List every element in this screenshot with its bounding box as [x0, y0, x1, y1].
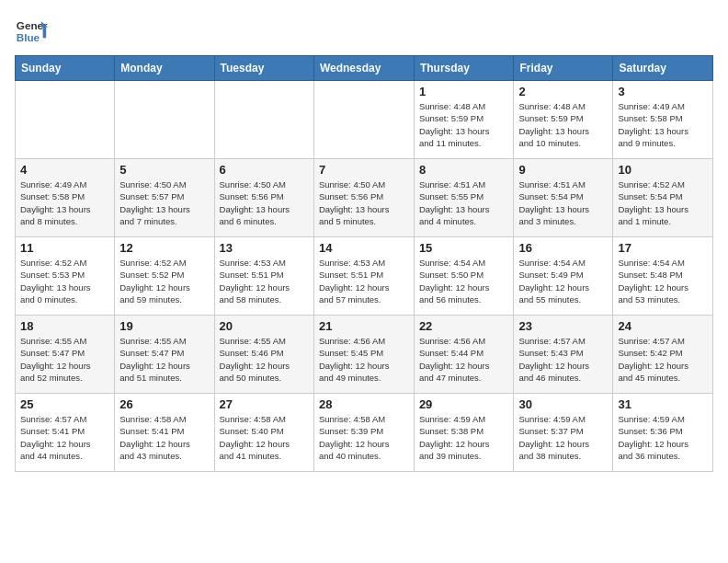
- day-info: Sunrise: 4:57 AM Sunset: 5:43 PM Dayligh…: [518, 335, 608, 384]
- calendar-cell: 3Sunrise: 4:49 AM Sunset: 5:58 PM Daylig…: [613, 81, 713, 159]
- calendar-cell: 15Sunrise: 4:54 AM Sunset: 5:50 PM Dayli…: [414, 237, 514, 316]
- svg-text:Blue: Blue: [17, 31, 40, 43]
- day-number: 9: [518, 163, 608, 177]
- calendar-cell: 18Sunrise: 4:55 AM Sunset: 5:47 PM Dayli…: [16, 316, 115, 394]
- day-info: Sunrise: 4:52 AM Sunset: 5:52 PM Dayligh…: [119, 257, 209, 305]
- day-info: Sunrise: 4:54 AM Sunset: 5:50 PM Dayligh…: [419, 257, 509, 305]
- calendar-cell: 23Sunrise: 4:57 AM Sunset: 5:43 PM Dayli…: [514, 316, 613, 394]
- day-number: 28: [319, 397, 409, 411]
- day-number: 20: [220, 319, 309, 333]
- day-info: Sunrise: 4:51 AM Sunset: 5:54 PM Dayligh…: [518, 178, 608, 227]
- col-header-wednesday: Wednesday: [313, 56, 414, 81]
- calendar-cell: 1Sunrise: 4:48 AM Sunset: 5:59 PM Daylig…: [414, 81, 514, 159]
- day-info: Sunrise: 4:50 AM Sunset: 5:56 PM Dayligh…: [220, 178, 309, 227]
- day-info: Sunrise: 4:50 AM Sunset: 5:57 PM Dayligh…: [119, 178, 209, 227]
- calendar-cell: 11Sunrise: 4:52 AM Sunset: 5:53 PM Dayli…: [16, 237, 115, 316]
- calendar-cell: 22Sunrise: 4:56 AM Sunset: 5:44 PM Dayli…: [414, 316, 514, 394]
- calendar-cell: 13Sunrise: 4:53 AM Sunset: 5:51 PM Dayli…: [214, 237, 313, 316]
- day-info: Sunrise: 4:49 AM Sunset: 5:58 PM Dayligh…: [20, 178, 109, 227]
- calendar-cell: 27Sunrise: 4:58 AM Sunset: 5:40 PM Dayli…: [214, 394, 313, 472]
- day-info: Sunrise: 4:49 AM Sunset: 5:58 PM Dayligh…: [618, 100, 708, 149]
- calendar-table: SundayMondayTuesdayWednesdayThursdayFrid…: [15, 55, 713, 472]
- calendar-cell: 17Sunrise: 4:54 AM Sunset: 5:48 PM Dayli…: [613, 237, 713, 316]
- col-header-thursday: Thursday: [414, 56, 514, 81]
- day-number: 3: [618, 85, 708, 98]
- day-number: 16: [518, 241, 608, 255]
- page-header: General Blue: [15, 15, 713, 48]
- day-number: 21: [319, 319, 409, 333]
- day-number: 17: [618, 241, 708, 255]
- calendar-cell: 6Sunrise: 4:50 AM Sunset: 5:56 PM Daylig…: [214, 159, 313, 237]
- calendar-cell: [313, 81, 414, 159]
- day-info: Sunrise: 4:48 AM Sunset: 5:59 PM Dayligh…: [518, 100, 608, 149]
- calendar-cell: 25Sunrise: 4:57 AM Sunset: 5:41 PM Dayli…: [16, 394, 115, 472]
- day-number: 5: [119, 163, 209, 177]
- col-header-saturday: Saturday: [613, 56, 713, 81]
- col-header-monday: Monday: [115, 56, 214, 81]
- calendar-cell: 10Sunrise: 4:52 AM Sunset: 5:54 PM Dayli…: [613, 159, 713, 237]
- day-number: 27: [220, 397, 309, 411]
- day-number: 6: [220, 163, 309, 177]
- day-number: 23: [518, 319, 608, 333]
- day-number: 7: [319, 163, 409, 177]
- day-info: Sunrise: 4:53 AM Sunset: 5:51 PM Dayligh…: [319, 257, 409, 305]
- day-info: Sunrise: 4:59 AM Sunset: 5:38 PM Dayligh…: [419, 413, 509, 462]
- calendar-cell: 28Sunrise: 4:58 AM Sunset: 5:39 PM Dayli…: [313, 394, 414, 472]
- day-info: Sunrise: 4:59 AM Sunset: 5:36 PM Dayligh…: [618, 413, 708, 462]
- col-header-tuesday: Tuesday: [214, 56, 313, 81]
- day-info: Sunrise: 4:52 AM Sunset: 5:54 PM Dayligh…: [618, 178, 708, 227]
- day-number: 26: [119, 397, 209, 411]
- calendar-cell: [16, 81, 115, 159]
- col-header-sunday: Sunday: [16, 56, 115, 81]
- day-info: Sunrise: 4:56 AM Sunset: 5:45 PM Dayligh…: [319, 335, 409, 384]
- calendar-cell: 19Sunrise: 4:55 AM Sunset: 5:47 PM Dayli…: [115, 316, 214, 394]
- calendar-cell: 8Sunrise: 4:51 AM Sunset: 5:55 PM Daylig…: [414, 159, 514, 237]
- day-info: Sunrise: 4:55 AM Sunset: 5:47 PM Dayligh…: [119, 335, 209, 384]
- day-number: 22: [419, 319, 509, 333]
- day-number: 15: [419, 241, 509, 255]
- day-number: 31: [618, 397, 708, 411]
- day-info: Sunrise: 4:57 AM Sunset: 5:41 PM Dayligh…: [20, 413, 109, 462]
- day-info: Sunrise: 4:50 AM Sunset: 5:56 PM Dayligh…: [319, 178, 409, 227]
- calendar-cell: 4Sunrise: 4:49 AM Sunset: 5:58 PM Daylig…: [16, 159, 115, 237]
- day-number: 13: [220, 241, 309, 255]
- day-number: 24: [618, 319, 708, 333]
- day-info: Sunrise: 4:59 AM Sunset: 5:37 PM Dayligh…: [518, 413, 608, 462]
- day-info: Sunrise: 4:54 AM Sunset: 5:49 PM Dayligh…: [518, 257, 608, 305]
- day-number: 19: [119, 319, 209, 333]
- day-number: 1: [419, 85, 509, 98]
- logo-icon: General Blue: [15, 15, 48, 48]
- day-info: Sunrise: 4:54 AM Sunset: 5:48 PM Dayligh…: [618, 257, 708, 305]
- day-info: Sunrise: 4:58 AM Sunset: 5:40 PM Dayligh…: [220, 413, 309, 462]
- calendar-cell: 24Sunrise: 4:57 AM Sunset: 5:42 PM Dayli…: [613, 316, 713, 394]
- day-number: 14: [319, 241, 409, 255]
- calendar-cell: [214, 81, 313, 159]
- day-info: Sunrise: 4:56 AM Sunset: 5:44 PM Dayligh…: [419, 335, 509, 384]
- day-number: 2: [518, 85, 608, 98]
- calendar-cell: 2Sunrise: 4:48 AM Sunset: 5:59 PM Daylig…: [514, 81, 613, 159]
- day-number: 25: [20, 397, 109, 411]
- day-number: 18: [20, 319, 109, 333]
- calendar-cell: 9Sunrise: 4:51 AM Sunset: 5:54 PM Daylig…: [514, 159, 613, 237]
- day-info: Sunrise: 4:52 AM Sunset: 5:53 PM Dayligh…: [20, 257, 109, 305]
- day-info: Sunrise: 4:53 AM Sunset: 5:51 PM Dayligh…: [220, 257, 309, 305]
- calendar-cell: 26Sunrise: 4:58 AM Sunset: 5:41 PM Dayli…: [115, 394, 214, 472]
- day-number: 4: [20, 163, 109, 177]
- logo: General Blue: [15, 15, 48, 48]
- day-number: 11: [20, 241, 109, 255]
- day-number: 29: [419, 397, 509, 411]
- day-info: Sunrise: 4:55 AM Sunset: 5:47 PM Dayligh…: [20, 335, 109, 384]
- calendar-cell: 14Sunrise: 4:53 AM Sunset: 5:51 PM Dayli…: [313, 237, 414, 316]
- day-number: 8: [419, 163, 509, 177]
- calendar-cell: 21Sunrise: 4:56 AM Sunset: 5:45 PM Dayli…: [313, 316, 414, 394]
- day-info: Sunrise: 4:57 AM Sunset: 5:42 PM Dayligh…: [618, 335, 708, 384]
- day-info: Sunrise: 4:58 AM Sunset: 5:41 PM Dayligh…: [119, 413, 209, 462]
- day-info: Sunrise: 4:51 AM Sunset: 5:55 PM Dayligh…: [419, 178, 509, 227]
- day-info: Sunrise: 4:55 AM Sunset: 5:46 PM Dayligh…: [220, 335, 309, 384]
- day-number: 30: [518, 397, 608, 411]
- calendar-cell: 20Sunrise: 4:55 AM Sunset: 5:46 PM Dayli…: [214, 316, 313, 394]
- day-number: 10: [618, 163, 708, 177]
- day-number: 12: [119, 241, 209, 255]
- day-info: Sunrise: 4:58 AM Sunset: 5:39 PM Dayligh…: [319, 413, 409, 462]
- calendar-cell: 12Sunrise: 4:52 AM Sunset: 5:52 PM Dayli…: [115, 237, 214, 316]
